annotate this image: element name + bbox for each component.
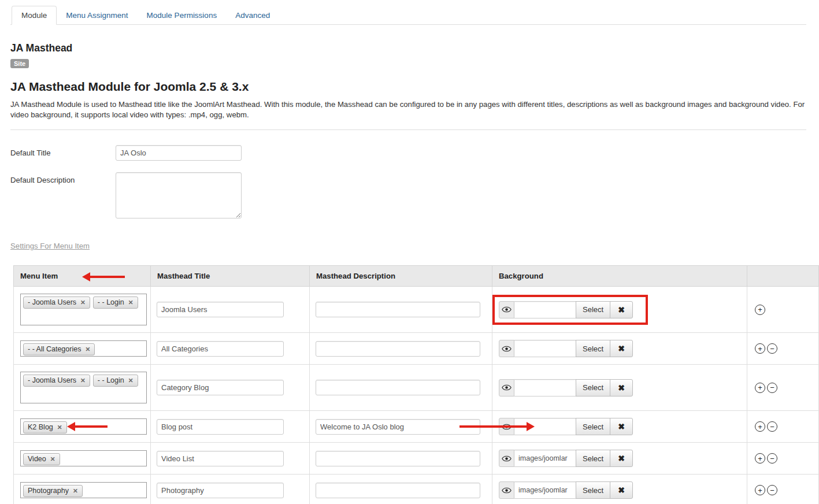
masthead-title-input[interactable] — [157, 483, 284, 498]
background-select-button[interactable]: Select — [576, 301, 610, 318]
tag-remove-icon[interactable]: ✕ — [50, 455, 55, 462]
menu-item-tag[interactable]: - Joomla Users✕ — [23, 375, 90, 387]
menu-item-cell: - Joomla Users✕- - Login✕ — [14, 365, 151, 411]
preview-eye-icon[interactable] — [499, 379, 514, 396]
menu-item-tag[interactable]: K2 Blog✕ — [23, 421, 67, 433]
menu-item-select[interactable]: Video✕ — [20, 450, 147, 466]
background-input[interactable] — [514, 301, 576, 318]
tab-advanced[interactable]: Advanced — [226, 6, 279, 24]
tag-remove-icon[interactable]: ✕ — [73, 487, 78, 494]
background-clear-button[interactable]: ✖ — [610, 340, 633, 357]
masthead-title-cell — [151, 287, 310, 333]
masthead-description-input[interactable] — [316, 341, 480, 357]
settings-for-menu-item-link[interactable]: Settings For Menu Item — [10, 242, 90, 250]
background-clear-button[interactable]: ✖ — [610, 450, 633, 467]
masthead-title-input[interactable] — [157, 380, 284, 395]
background-input-group: Select ✖ — [499, 481, 633, 499]
remove-row-button[interactable]: − — [767, 485, 777, 495]
background-clear-button[interactable]: ✖ — [610, 301, 633, 318]
add-row-button[interactable]: + — [755, 383, 765, 393]
preview-eye-icon[interactable] — [499, 481, 514, 499]
masthead-title-input[interactable] — [157, 451, 284, 466]
background-input[interactable] — [514, 340, 576, 357]
add-row-button[interactable]: + — [755, 305, 765, 315]
background-input[interactable] — [514, 450, 576, 467]
background-clear-button[interactable]: ✖ — [610, 379, 633, 396]
preview-eye-icon[interactable] — [499, 301, 514, 318]
add-row-button[interactable]: + — [755, 485, 765, 495]
menu-item-select[interactable]: - Joomla Users✕- - Login✕ — [20, 294, 147, 325]
masthead-description-cell — [310, 475, 492, 504]
background-input-group: Select ✖ — [499, 340, 633, 357]
menu-item-select[interactable]: - - All Categories✕ — [20, 340, 147, 357]
column-header-label: Background — [499, 272, 543, 280]
row-actions-cell: +− — [747, 443, 819, 475]
background-select-button[interactable]: Select — [576, 379, 610, 396]
preview-eye-icon[interactable] — [499, 340, 514, 357]
masthead-description-input[interactable] — [316, 451, 480, 466]
clear-x-icon: ✖ — [618, 454, 625, 463]
masthead-title-input[interactable] — [157, 302, 284, 317]
remove-row-button[interactable]: − — [767, 383, 777, 393]
masthead-description-cell — [310, 333, 492, 365]
background-input[interactable] — [514, 481, 576, 499]
tab-menu-assignment[interactable]: Menu Assignment — [57, 6, 137, 24]
default-description-input[interactable] — [116, 172, 242, 218]
masthead-title-input[interactable] — [157, 419, 284, 435]
menu-item-select[interactable]: - Joomla Users✕- - Login✕ — [20, 372, 147, 403]
tag-remove-icon[interactable]: ✕ — [57, 424, 62, 431]
remove-row-button[interactable]: − — [767, 453, 777, 464]
clear-x-icon: ✖ — [618, 383, 625, 392]
table-header-row: Menu Item Masthead Title Masthead Descri… — [14, 266, 819, 287]
background-select-button[interactable]: Select — [576, 450, 610, 467]
masthead-description-input[interactable] — [316, 483, 480, 498]
tag-remove-icon[interactable]: ✕ — [80, 299, 86, 306]
background-input[interactable] — [514, 418, 576, 435]
default-title-input[interactable] — [116, 145, 242, 161]
background-select-button[interactable]: Select — [576, 340, 610, 357]
preview-eye-icon[interactable] — [499, 418, 514, 435]
menu-item-tag[interactable]: - - Login✕ — [93, 297, 138, 309]
tab-module[interactable]: Module — [12, 6, 57, 25]
remove-row-button[interactable]: − — [767, 421, 777, 432]
background-input-group: Select ✖ — [499, 418, 633, 435]
background-cell: Select ✖ — [492, 411, 747, 443]
background-input[interactable] — [514, 379, 576, 396]
menu-settings-table: Menu Item Masthead Title Masthead Descri… — [13, 265, 819, 504]
tag-remove-icon[interactable]: ✕ — [128, 377, 134, 384]
masthead-description-input[interactable] — [316, 302, 480, 317]
masthead-description-cell — [310, 411, 492, 443]
column-header-masthead-title: Masthead Title — [151, 266, 310, 287]
column-header-label: Menu Item — [20, 272, 58, 280]
tag-remove-icon[interactable]: ✕ — [85, 346, 90, 353]
masthead-description-input[interactable] — [316, 419, 480, 435]
background-select-button[interactable]: Select — [576, 481, 610, 499]
table-row: K2 Blog✕ Select ✖ — [14, 411, 819, 443]
menu-item-tag[interactable]: Video✕ — [23, 453, 60, 465]
menu-item-tag[interactable]: - Joomla Users✕ — [23, 297, 90, 309]
table-row: Photography✕ Select ✖ — [14, 475, 819, 504]
tag-label: - Joomla Users — [28, 376, 76, 384]
background-select-button[interactable]: Select — [576, 418, 610, 435]
tag-remove-icon[interactable]: ✕ — [128, 299, 134, 306]
tab-module-permissions[interactable]: Module Permissions — [138, 6, 227, 24]
add-row-button[interactable]: + — [755, 453, 765, 464]
remove-row-button[interactable]: − — [767, 343, 777, 354]
tag-remove-icon[interactable]: ✕ — [80, 377, 86, 384]
divider — [10, 129, 806, 130]
add-row-button[interactable]: + — [755, 421, 765, 432]
masthead-title-input[interactable] — [157, 341, 284, 357]
background-clear-button[interactable]: ✖ — [610, 418, 633, 435]
menu-item-select[interactable]: K2 Blog✕ — [20, 418, 147, 435]
background-cell: Select ✖ — [492, 475, 747, 504]
add-row-button[interactable]: + — [755, 343, 765, 354]
menu-item-tag[interactable]: - - All Categories✕ — [23, 343, 95, 355]
menu-item-tag[interactable]: Photography✕ — [23, 485, 83, 497]
row-actions-cell: +− — [747, 333, 819, 365]
background-clear-button[interactable]: ✖ — [610, 481, 633, 499]
menu-item-select[interactable]: Photography✕ — [20, 482, 147, 498]
menu-item-tag[interactable]: - - Login✕ — [93, 375, 138, 387]
preview-eye-icon[interactable] — [499, 450, 514, 467]
masthead-description-input[interactable] — [316, 380, 480, 395]
clear-x-icon: ✖ — [618, 344, 625, 353]
